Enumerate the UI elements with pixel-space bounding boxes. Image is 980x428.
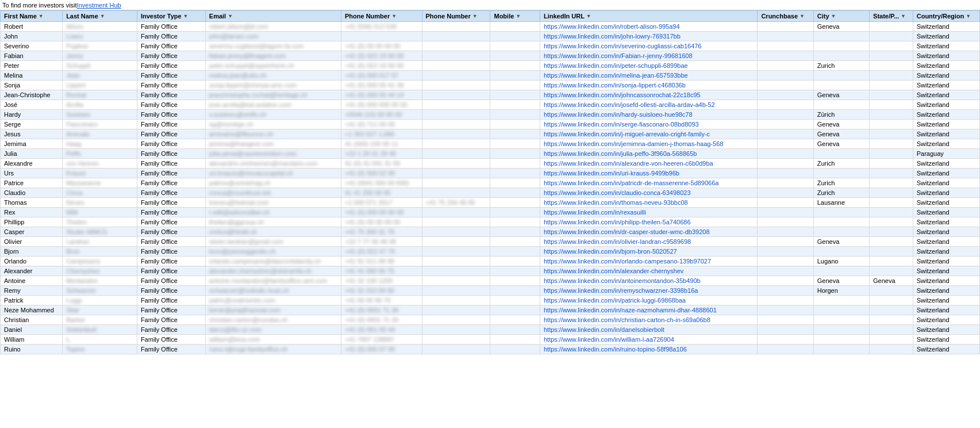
cell-countryRegion: Switzerland: [913, 247, 979, 257]
cell-phoneNumber1: +41 (0) 00 00 00 00: [341, 217, 422, 227]
cell-linkedinURL[interactable]: https://www.linkedin.com/in/serge-fiasco…: [540, 120, 757, 129]
cell-linkedinURL[interactable]: https://www.linkedin.com/in/thomas-neveu…: [540, 198, 757, 208]
table-row: SeverinoPuglissiFamily Officeseverino.cu…: [1, 41, 980, 51]
cell-email: sonja.lippert@sherpa-amc.com: [205, 81, 341, 90]
filter-icon-city[interactable]: ▼: [831, 13, 836, 19]
column-header-crunchbase[interactable]: Crunchbase▼: [758, 11, 813, 22]
cell-linkedinURL[interactable]: https://www.linkedin.com/in/robert-aliso…: [540, 22, 757, 32]
cell-city: [813, 305, 869, 315]
cell-linkedinURL[interactable]: https://www.linkedin.com/in/julia-peffo-…: [540, 149, 757, 159]
cell-mobile: [490, 129, 540, 139]
cell-linkedinURL[interactable]: https://www.linkedin.com/in/j-miguel-arr…: [540, 129, 757, 139]
cell-mobile: [490, 81, 540, 90]
cell-email: patric@ovalmentio.com: [205, 296, 341, 305]
filter-icon-lastName[interactable]: ▼: [100, 13, 105, 19]
filter-icon-investorType[interactable]: ▼: [183, 13, 189, 19]
filter-icon-linkedinURL[interactable]: ▼: [586, 13, 591, 19]
column-header-countryRegion[interactable]: Country/Region▼: [913, 11, 979, 22]
cell-investorType: Family Office: [137, 139, 205, 149]
cell-phoneNumber1: +41 00 00 90 70: [341, 296, 422, 305]
cell-investorType: Family Office: [137, 81, 205, 90]
cell-phoneNumber2: [422, 100, 490, 110]
table-row: RemySchwarzerFamily Officeschwarzer@noti…: [1, 286, 980, 296]
cell-linkedinURL[interactable]: https://www.linkedin.com/in/claudio-conc…: [540, 188, 757, 198]
cell-stateProvince: [870, 247, 913, 257]
table-row: PhillippTheilenFamily Officetheilen@gjgr…: [1, 217, 980, 227]
cell-linkedinURL[interactable]: https://www.linkedin.com/in/dr-casper-st…: [540, 227, 757, 237]
column-header-phoneNumber2[interactable]: Phone Number▼: [422, 11, 490, 22]
cell-mobile: [490, 90, 540, 100]
column-header-phoneNumber1[interactable]: Phone Number▼: [341, 11, 422, 22]
banner-link[interactable]: Investment Hub: [77, 2, 121, 9]
cell-linkedinURL[interactable]: https://www.linkedin.com/in/danelsobierb…: [540, 325, 757, 335]
cell-linkedinURL[interactable]: https://www.linkedin.com/in/patricdr-de-…: [540, 178, 757, 188]
cell-linkedinURL[interactable]: https://www.linkedin.com/in/william-l-aa…: [540, 335, 757, 345]
cell-linkedinURL[interactable]: https://www.linkedin.com/in/bjorn-bron-5…: [540, 247, 757, 257]
cell-linkedinURL[interactable]: https://www.linkedin.com/in/johncassonro…: [540, 90, 757, 100]
filter-icon-stateProvince[interactable]: ▼: [901, 13, 906, 19]
cell-investorType: Family Office: [137, 32, 205, 41]
column-header-firstName[interactable]: First Name▼: [1, 11, 63, 22]
cell-investorType: Family Office: [137, 41, 205, 51]
cell-linkedinURL[interactable]: https://www.linkedin.com/in/melina-jean-…: [540, 71, 757, 81]
cell-mobile: [490, 217, 540, 227]
cell-linkedinURL[interactable]: https://www.linkedin.com/in/josefd-olles…: [540, 100, 757, 110]
cell-countryRegion: Switzerland: [913, 169, 979, 178]
cell-linkedinURL[interactable]: https://www.linkedin.com/in/uri-krauss-9…: [540, 169, 757, 178]
table-row: Neze MohammedStiarFamily Officebenie@pra…: [1, 305, 980, 315]
cell-linkedinURL[interactable]: https://www.linkedin.com/in/alexandre-vo…: [540, 159, 757, 169]
cell-linkedinURL[interactable]: https://www.linkedin.com/in/olivier-land…: [540, 237, 757, 247]
cell-crunchbase: [758, 110, 813, 120]
cell-linkedinURL[interactable]: https://www.linkedin.com/in/remyschwarzn…: [540, 286, 757, 296]
cell-investorType: Family Office: [137, 325, 205, 335]
cell-linkedinURL[interactable]: https://www.linkedin.com/in/alexander-ch…: [540, 266, 757, 276]
cell-email: julia.pena@cauntonmdorn.com: [205, 149, 341, 159]
cell-linkedinURL[interactable]: https://www.linkedin.com/in/antoinemonta…: [540, 276, 757, 286]
cell-linkedinURL[interactable]: https://www.linkedin.com/in/philipp-thei…: [540, 217, 757, 227]
table-row: SonjaLippertFamily Officesonja.lippert@s…: [1, 81, 980, 90]
cell-linkedinURL[interactable]: https://www.linkedin.com/in/peter-schupp…: [540, 61, 757, 71]
cell-phoneNumber1: +41 31 010 09 00: [341, 286, 422, 296]
column-header-lastName[interactable]: Last Name▼: [63, 11, 137, 22]
column-header-linkedinURL[interactable]: LinkedIn URL▼: [540, 11, 757, 22]
filter-icon-mobile[interactable]: ▼: [516, 13, 521, 19]
column-header-investorType[interactable]: Investor Type▼: [137, 11, 205, 22]
column-header-stateProvince[interactable]: State/P...▼: [870, 11, 913, 22]
cell-phoneNumber1: +41 (0) 000 000 00 00: [341, 100, 422, 110]
cell-linkedinURL[interactable]: https://www.linkedin.com/in/jemimna-dami…: [540, 139, 757, 149]
cell-city: Lugano: [813, 257, 869, 266]
filter-icon-phoneNumber2[interactable]: ▼: [472, 13, 478, 19]
cell-phoneNumber2: [422, 51, 490, 61]
cell-investorType: Family Office: [137, 286, 205, 296]
cell-linkedinURL[interactable]: https://www.linkedin.com/in/naze-nazmoha…: [540, 305, 757, 315]
cell-linkedinURL[interactable]: https://www.linkedin.com/in/rexasuilli: [540, 208, 757, 217]
filter-icon-countryRegion[interactable]: ▼: [966, 13, 971, 19]
cell-mobile: [490, 22, 540, 32]
cell-linkedinURL[interactable]: https://www.linkedin.com/in/hardy-suislo…: [540, 110, 757, 120]
cell-lastName: Arrevals: [63, 129, 137, 139]
cell-lastName: Suisloeo: [63, 110, 137, 120]
cell-linkedinURL[interactable]: https://www.linkedin.com/in/orlando-camp…: [540, 257, 757, 266]
cell-phoneNumber1: +41 (0) 000 07 00: [341, 345, 422, 354]
cell-phoneNumber2: [422, 227, 490, 237]
cell-lastName: Rochat: [63, 90, 137, 100]
cell-linkedinURL[interactable]: https://www.linkedin.com/in/severino-cug…: [540, 41, 757, 51]
cell-investorType: Family Office: [137, 129, 205, 139]
cell-linkedinURL[interactable]: https://www.linkedin.com/in/john-lowry-7…: [540, 32, 757, 41]
cell-phoneNumber2: [422, 217, 490, 227]
filter-icon-phoneNumber1[interactable]: ▼: [391, 13, 397, 19]
filter-icon-crunchbase[interactable]: ▼: [800, 13, 805, 19]
cell-linkedinURL[interactable]: https://www.linkedin.com/in/ruino-topino…: [540, 345, 757, 354]
filter-icon-firstName[interactable]: ▼: [39, 13, 44, 19]
cell-linkedinURL[interactable]: https://www.linkedin.com/in/sonja-lipper…: [540, 81, 757, 90]
cell-lastName: Haag: [63, 139, 137, 149]
cell-phoneNumber1: +41 (0) 022 47 79: [341, 247, 422, 257]
column-header-city[interactable]: City▼: [813, 11, 869, 22]
column-header-email[interactable]: Email▼: [205, 11, 341, 22]
cell-countryRegion: Switzerland: [913, 100, 979, 110]
cell-linkedinURL[interactable]: https://www.linkedin.com/in/Fabian-r-jen…: [540, 51, 757, 61]
filter-icon-email[interactable]: ▼: [228, 13, 233, 19]
column-header-mobile[interactable]: Mobile▼: [490, 11, 540, 22]
cell-linkedinURL[interactable]: https://www.linkedin.com/in/christian-ca…: [540, 315, 757, 325]
cell-linkedinURL[interactable]: https://www.linkedin.com/in/patrick-lugg…: [540, 296, 757, 305]
